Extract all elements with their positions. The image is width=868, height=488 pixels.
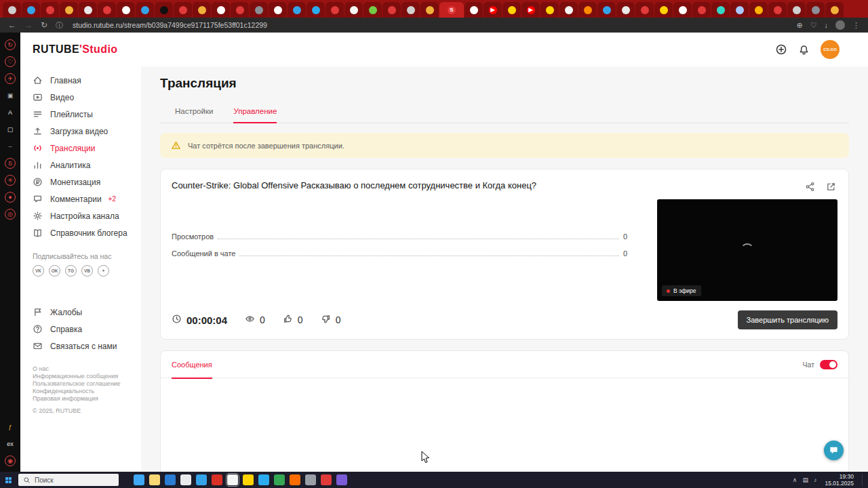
footer-link[interactable]: О нас xyxy=(33,365,129,373)
browser-tab[interactable] xyxy=(787,2,806,18)
taskbar-app-icon[interactable] xyxy=(227,474,238,485)
social-vk-icon[interactable]: VK xyxy=(33,265,44,277)
sidebar-item-channel-settings[interactable]: Настройка канала xyxy=(20,207,141,224)
favorites-icon[interactable]: ♡ xyxy=(810,21,817,30)
taskbar-app-icon[interactable] xyxy=(336,474,347,485)
browser-tab[interactable] xyxy=(711,2,730,18)
rutube-studio-logo[interactable]: RUTUBE'Studio xyxy=(33,43,117,56)
footer-link[interactable]: Правовая информация xyxy=(33,395,129,403)
browser-tab[interactable] xyxy=(60,2,78,18)
rail-icon[interactable]: ▣ xyxy=(5,90,16,101)
reload-icon[interactable]: ↻ xyxy=(41,20,47,30)
browser-tab[interactable] xyxy=(3,2,21,18)
rail-icon[interactable]: ◎ xyxy=(5,209,16,220)
sidebar-item-monetization[interactable]: Монетизация xyxy=(20,174,141,190)
downloads-icon[interactable]: ↓ xyxy=(825,21,829,30)
rail-icon[interactable]: ↻ xyxy=(5,39,16,50)
rail-icon[interactable]: ex xyxy=(5,439,16,449)
tab-settings[interactable]: Настройки xyxy=(175,107,213,123)
taskbar-app-icon[interactable] xyxy=(274,474,285,485)
browser-tab[interactable]: ▶ xyxy=(484,2,502,18)
browser-tab[interactable] xyxy=(22,2,40,18)
browser-tab[interactable] xyxy=(231,2,249,18)
browser-tab[interactable] xyxy=(502,2,521,18)
tray-icon[interactable]: ∧ xyxy=(793,476,797,483)
social-more-icon[interactable]: + xyxy=(98,265,109,277)
rail-icon[interactable]: – xyxy=(5,141,16,152)
sidebar-item-help[interactable]: Справка xyxy=(20,321,141,338)
browser-tab-active[interactable]: S xyxy=(439,2,464,18)
browser-tab[interactable] xyxy=(768,2,787,18)
browser-tab[interactable] xyxy=(578,2,597,18)
browser-tab[interactable] xyxy=(420,2,439,18)
rail-icon[interactable]: ƒ xyxy=(5,422,16,432)
browser-profile-avatar[interactable] xyxy=(835,20,845,30)
browser-tab[interactable] xyxy=(616,2,635,18)
browser-tab[interactable] xyxy=(79,2,97,18)
browser-tab[interactable] xyxy=(825,2,844,18)
rail-icon[interactable]: ▢ xyxy=(5,124,16,135)
social-viber-icon[interactable]: VB xyxy=(81,265,93,277)
browser-tab[interactable] xyxy=(288,2,306,18)
footer-link[interactable]: Пользовательское соглашение xyxy=(33,380,129,388)
external-link-icon[interactable] xyxy=(826,182,836,192)
browser-tab[interactable] xyxy=(559,2,578,18)
back-icon[interactable]: ← xyxy=(8,20,16,30)
start-button[interactable] xyxy=(4,476,13,485)
sidebar-item-comments[interactable]: Комментарии+2 xyxy=(20,190,141,207)
rail-icon[interactable]: ♡ xyxy=(5,56,16,67)
browser-tab[interactable] xyxy=(806,2,825,18)
avatar[interactable]: CS:GO xyxy=(821,40,840,59)
browser-tab[interactable] xyxy=(382,2,401,18)
browser-tab[interactable] xyxy=(269,2,287,18)
browser-tab[interactable] xyxy=(363,2,382,18)
sidebar-item-analytics[interactable]: Аналитика xyxy=(20,157,141,174)
dislikes-counter[interactable]: 0 xyxy=(321,314,341,327)
share-icon[interactable] xyxy=(805,182,815,192)
browser-tab[interactable] xyxy=(730,2,749,18)
footer-link[interactable]: Конфиденциальность xyxy=(33,388,129,395)
chat-toggle[interactable] xyxy=(820,360,837,369)
taskbar-app-icon[interactable] xyxy=(165,474,176,485)
browser-menu-icon[interactable]: ⋮ xyxy=(852,21,860,30)
taskbar-app-icon[interactable] xyxy=(290,474,300,485)
taskbar-app-icon[interactable] xyxy=(321,474,332,485)
forward-icon[interactable]: → xyxy=(24,20,33,30)
sidebar-item-playlists[interactable]: Плейлисты xyxy=(20,106,141,123)
site-info-icon[interactable]: ⓘ xyxy=(56,20,63,30)
likes-counter[interactable]: 0 xyxy=(283,314,303,327)
browser-tab[interactable] xyxy=(401,2,420,18)
browser-tab[interactable] xyxy=(749,2,768,18)
browser-tab[interactable] xyxy=(673,2,692,18)
taskbar-app-icon[interactable] xyxy=(243,474,254,485)
browser-tab[interactable] xyxy=(692,2,711,18)
bell-icon[interactable] xyxy=(798,44,810,56)
sidebar-item-upload[interactable]: Загрузка видео xyxy=(20,123,141,140)
browser-tab[interactable] xyxy=(212,2,230,18)
browser-tab[interactable] xyxy=(250,2,268,18)
stream-preview[interactable]: В эфире xyxy=(657,199,837,301)
sidebar-item-complaints[interactable]: Жалобы xyxy=(20,304,141,321)
taskbar-app-icon[interactable] xyxy=(305,474,316,485)
tab-messages[interactable]: Сообщения xyxy=(172,351,212,378)
taskbar-app-icon[interactable] xyxy=(149,474,160,485)
browser-tab[interactable] xyxy=(155,2,173,18)
end-broadcast-button[interactable]: Завершить трансляцию xyxy=(738,310,837,329)
browser-tab[interactable] xyxy=(136,2,154,18)
taskbar-app-icon[interactable] xyxy=(196,474,207,485)
taskbar-search[interactable]: Поиск xyxy=(18,474,119,486)
browser-tab[interactable] xyxy=(654,2,673,18)
sidebar-item-home[interactable]: Главная xyxy=(20,72,141,89)
taskbar-app-icon[interactable] xyxy=(212,474,222,485)
browser-tab[interactable] xyxy=(326,2,344,18)
sidebar-item-broadcasts[interactable]: Трансляции xyxy=(20,140,141,157)
browser-tab[interactable] xyxy=(465,2,483,18)
sidebar-item-contact-us[interactable]: Связаться с нами xyxy=(20,338,141,354)
rail-icon[interactable]: S xyxy=(5,158,16,169)
support-chat-button[interactable] xyxy=(824,441,844,460)
show-desktop-button[interactable] xyxy=(862,474,864,486)
taskbar-app-icon[interactable] xyxy=(258,474,269,485)
footer-link[interactable]: Информационные сообщения xyxy=(33,373,129,380)
sidebar-item-blogger-guide[interactable]: Справочник блогера xyxy=(20,224,141,241)
social-ok-icon[interactable]: OK xyxy=(49,265,60,277)
